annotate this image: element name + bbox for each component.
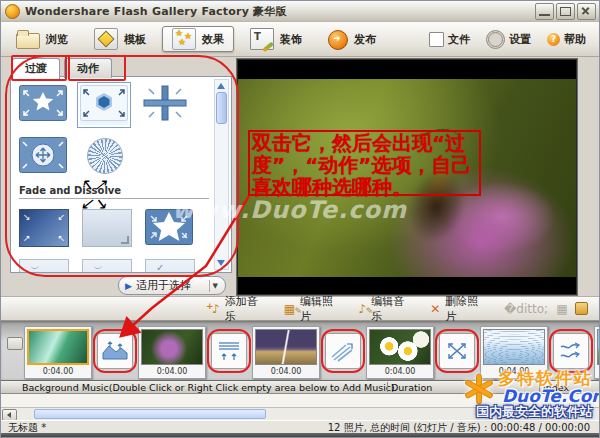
window-bottom-edge <box>0 433 600 438</box>
column-divider <box>387 382 388 392</box>
rotate-right-icon[interactable]: ▦ <box>556 302 567 316</box>
photo-duration: 0:04.00 <box>369 365 431 378</box>
add-music-button[interactable]: ♪+ 添加音乐 <box>212 294 262 324</box>
tab-decorate[interactable]: T 装饰 <box>240 26 312 52</box>
background-music-list[interactable] <box>0 394 600 407</box>
photo-thumbnail <box>483 329 545 365</box>
tab-publish[interactable]: 发布 <box>318 26 386 52</box>
wavy-arrows-transition-icon <box>558 339 584 363</box>
apply-button-label: 适用于选择 <box>136 278 191 293</box>
diagonal-lines-transition-icon <box>330 339 356 363</box>
photo-duration: 0:04.00 <box>27 365 89 378</box>
timeline-scroll-left-button[interactable] <box>7 337 23 350</box>
tab-effects[interactable]: ★★★ 效果 <box>162 26 234 52</box>
effects-panel-tabs: 过渡 动作 <box>12 58 116 77</box>
app-logo-icon <box>5 4 20 19</box>
scroll-up-icon[interactable] <box>217 83 225 89</box>
radial-wheel-shape <box>87 138 123 174</box>
hexagon-zoom-transition-icon[interactable] <box>80 85 128 121</box>
timeline-photo-tree-meadow[interactable]: 0:04.00 <box>594 326 600 379</box>
watermark-center: www.DuoTe.com <box>172 196 407 224</box>
tab-action[interactable]: 动作 <box>64 58 112 78</box>
main-toolbar: 浏览 模板 ★★★ 效果 T 装饰 发布 文件 设置 ? 帮助 <box>0 22 600 57</box>
delete-photo-button[interactable]: ✕ 删除照片 <box>430 294 482 324</box>
file-page-icon <box>429 32 444 47</box>
timeline-photo-daisies[interactable]: 0:04.00 <box>366 326 434 379</box>
transition-effects-panel: ↖↗ ↙↘ Fade and Dissolve ↘↙ ↗↖ ︶ ︶ ✓ <box>10 76 232 273</box>
radial-wheel-transition-icon[interactable]: ↖↗ ↙↘ <box>80 137 128 173</box>
photo-thumbnail <box>369 329 431 365</box>
add-music-label: 添加音乐 <box>225 294 262 324</box>
timeline-photo-purple-flower[interactable]: 0:04.00 <box>138 326 206 379</box>
delete-x-icon: ✕ <box>430 303 440 315</box>
timeline-transition-2[interactable] <box>211 333 247 369</box>
chevron-down-icon[interactable]: ▼ <box>210 282 221 290</box>
maximize-button[interactable] <box>556 3 575 20</box>
maximize-icon <box>560 7 571 16</box>
cross-arrows-transition-icon <box>444 339 470 363</box>
circle-cross-transition-icon[interactable] <box>19 137 67 173</box>
gear-icon <box>486 30 505 49</box>
photo-duration: 0:04.00 <box>255 365 317 378</box>
close-button[interactable] <box>577 3 596 20</box>
preview-pane: 双击它，然后会出现“过 度”，“动作”选项，自己 喜欢哪种选哪种。 <box>236 58 578 296</box>
photo-pencil-icon: ▦✎ <box>284 303 295 315</box>
column-divider <box>539 382 540 392</box>
timeline-photo-lightning-field[interactable]: 0:04.00 <box>252 326 320 379</box>
clipped-transition-icon[interactable]: ︶ <box>19 259 69 273</box>
photo-thumbnail <box>255 329 317 365</box>
col-duration: Duration <box>391 382 432 393</box>
edit-photo-label: 编辑照片 <box>300 294 337 324</box>
timeline-horizontal-scrollbar[interactable] <box>0 407 600 420</box>
edit-photo-button[interactable]: ▦✎ 编辑照片 <box>284 294 337 324</box>
tab-publish-label: 发布 <box>354 32 376 47</box>
star-out-transition-icon[interactable] <box>19 85 67 121</box>
apply-to-selection-button[interactable]: ▶ 适用于选择 ▼ <box>118 276 226 295</box>
background-music-header: Background Music(Double Click or Right C… <box>0 380 600 394</box>
timeline-photo-waterfall[interactable]: 0:04.00 <box>24 326 92 379</box>
help-question-icon: ? <box>547 33 560 46</box>
file-button-label: 文件 <box>448 32 470 47</box>
horizontal-scrollbar-thumb[interactable] <box>34 409 266 419</box>
folder-icon <box>16 33 40 49</box>
dissolve-transition-icon[interactable] <box>82 209 132 247</box>
tab-browse-label: 浏览 <box>46 32 68 47</box>
col-index: Index <box>543 382 569 393</box>
file-button[interactable]: 文件 <box>425 28 474 51</box>
settings-button[interactable]: 设置 <box>482 28 535 51</box>
timeline-photo-water-ripple[interactable]: 0:04.00 <box>480 326 548 379</box>
tab-browse[interactable]: 浏览 <box>6 26 78 52</box>
fade-in-transition-icon[interactable]: ↘↙ ↗↖ <box>19 209 69 247</box>
cross-split-transition-icon[interactable] <box>141 85 189 121</box>
publish-globe-icon <box>328 30 348 50</box>
minimize-icon <box>539 14 550 16</box>
scroll-down-icon[interactable] <box>217 260 225 266</box>
timeline-transition-4[interactable] <box>439 333 475 369</box>
tab-transition[interactable]: 过渡 <box>12 58 60 80</box>
help-button[interactable]: ? 帮助 <box>543 28 590 51</box>
selected-effect-highlight <box>80 85 128 125</box>
rotate-left-icon[interactable]: �ditto; <box>504 302 548 316</box>
tab-template-label: 模板 <box>124 32 146 47</box>
timeline-transition-3[interactable] <box>325 333 361 369</box>
help-button-label: 帮助 <box>564 32 586 47</box>
timeline-transition-1[interactable] <box>97 333 133 369</box>
title-bar: Wondershare Flash Gallery Factory 豪华版 <box>0 0 600 23</box>
delete-photo-label: 删除照片 <box>445 294 482 324</box>
music-note-plus-icon: ♪+ <box>212 303 220 315</box>
scrollbar-thumb[interactable] <box>216 92 227 124</box>
tab-template[interactable]: 模板 <box>84 26 156 52</box>
edit-music-button[interactable]: ♪✎ 编辑音乐 <box>359 294 409 324</box>
effects-stars-icon: ★★★ <box>172 28 196 50</box>
clipped-transition-icon[interactable]: ︶ <box>82 259 132 273</box>
page-pencil-icon: T <box>250 28 274 50</box>
lock-icon[interactable] <box>575 302 588 315</box>
photo-music-toolbar: ♪+ 添加音乐 ▦✎ 编辑照片 ♪✎ 编辑音乐 ✕ 删除照片 �ditto; ▦ <box>0 296 600 321</box>
status-bar: 无标题 * 12 照片, 总的时间 (幻灯片 / 音乐) : 00:00:48 … <box>0 420 600 434</box>
template-icon <box>94 28 118 50</box>
effects-panel-scrollbar[interactable] <box>214 79 229 270</box>
clipped-transition-icon[interactable]: ✓ <box>145 259 195 273</box>
minimize-button[interactable] <box>535 3 554 20</box>
timeline-transition-5[interactable] <box>553 333 589 369</box>
slideshow-timeline: 0:04.00 0:04.00 0:04.00 <box>0 321 600 380</box>
